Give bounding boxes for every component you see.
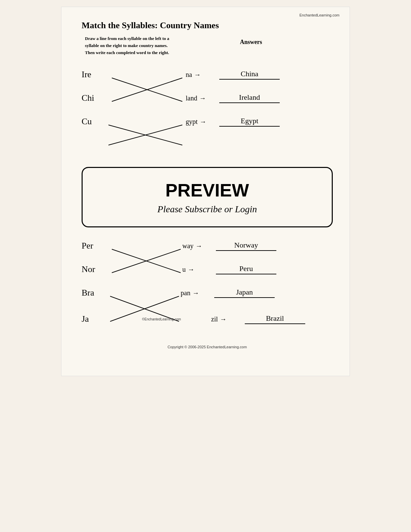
right-syllable-pan: pan → [181,289,214,297]
answers-label: Answers [240,39,262,46]
preview-box: PREVIEW Please Subscribe or Login [82,167,333,227]
right-syllable-zil: zil → [211,315,245,323]
answer-area-ireland: Ireland [219,93,333,103]
preview-subtitle: Please Subscribe or Login [89,204,325,215]
right-syllable-u: u → [182,266,216,273]
arrow-1: → [194,71,201,79]
arrow-6: → [188,266,194,273]
page-title: Match the Syllables: Country Names [82,20,333,31]
svg-line-3 [108,125,182,145]
syllable-ire: Ire [82,70,108,80]
answer-japan: Japan [214,288,275,298]
section-2: Cu gypt → Egypt [82,113,333,160]
site-url: EnchantedLearning.com [300,13,339,17]
answer-peru: Peru [216,264,276,274]
copyright-bottom: Copyright © 2006-2025 EnchantedLearning.… [82,345,333,349]
answer-china: China [219,70,280,80]
arrow-8: → [220,315,227,323]
answer-area-china: China [219,70,333,80]
right-syllable-land: land → [186,94,219,102]
arrow-3: → [200,118,207,126]
preview-title: PREVIEW [89,180,325,201]
answer-area-norway: Norway [216,241,333,251]
syllable-chi: Chi [82,93,108,103]
right-syllable-gypt: gypt → [186,118,219,126]
section-3: Per way → Norway Nor u → Peru [82,237,333,284]
answer-area-egypt: Egypt [219,117,333,127]
syllable-bra: Bra [82,288,108,298]
answer-ireland: Ireland [219,93,280,103]
svg-line-2 [108,125,182,145]
syllable-cu: Cu [82,117,108,127]
section-1: Ire na → China Chi land → Ireland [82,66,333,113]
page: EnchantedLearning.com Match the Syllable… [61,7,350,376]
instructions: Draw a line from each syllable on the le… [85,35,169,56]
arrow-5: → [195,242,202,250]
syllable-ja: Ja [82,314,108,324]
syllable-per: Per [82,241,108,251]
answer-area-peru: Peru [216,264,333,274]
answer-brazil: Brazil [245,314,305,324]
arrow-2: → [199,94,206,102]
copyright-inline: ©EnchantedLearning.com [142,317,181,321]
section-4: Bra pan → Japan Ja ©EnchantedLearning.co… [82,284,333,335]
right-syllable-way: way → [182,242,216,250]
right-syllable-na: na → [186,71,219,79]
answer-egypt: Egypt [219,117,280,127]
arrow-7: → [192,289,199,297]
answer-area-brazil: Brazil [245,314,333,324]
answer-area-japan: Japan [214,288,333,298]
syllable-nor: Nor [82,264,108,274]
answer-norway: Norway [216,241,276,251]
